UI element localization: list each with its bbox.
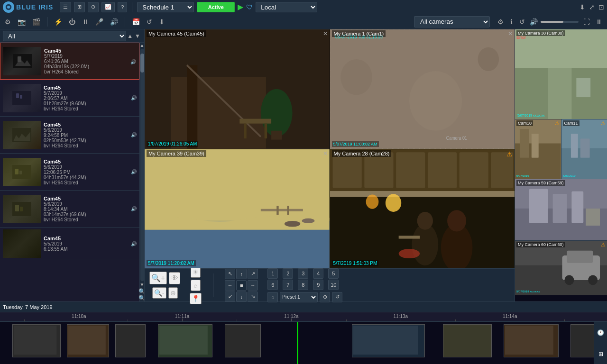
download-icon[interactable]: ⬇ xyxy=(579,3,585,11)
mini-cam-cam10[interactable]: Cam10 ⚠ 5/07/2019 xyxy=(515,119,561,179)
target-button[interactable]: 👁 xyxy=(169,272,180,284)
timeline-clip[interactable] xyxy=(225,324,261,357)
ptz-left-button[interactable]: ← xyxy=(225,280,235,291)
camera-button[interactable]: 📷 xyxy=(16,17,28,27)
timeline-clock-button[interactable]: 🕐 xyxy=(595,328,606,337)
mini-cam-cam59[interactable]: My Camera 59 (Cam59) xyxy=(515,179,607,241)
camera-cell-cam1[interactable]: My Camera 1 (Cam1) ✕ 05-07-2019 Tue 01:1… xyxy=(330,29,515,149)
mic-button[interactable]: 🎤 xyxy=(93,17,105,27)
location-pin-button[interactable]: 📍 xyxy=(190,293,202,304)
zoom-out-scroll[interactable]: 🔍 xyxy=(138,295,144,301)
info-button[interactable]: ℹ xyxy=(508,17,515,27)
clip-volume-icon[interactable]: 🔊 xyxy=(131,169,137,174)
ptz-upright-button[interactable]: ↗ xyxy=(248,269,258,279)
preset-9-button[interactable]: 9 xyxy=(313,280,323,290)
ptz-up-button[interactable]: ↑ xyxy=(236,269,247,279)
zoom-in-button[interactable]: 🔍+ xyxy=(149,272,167,284)
brightness-low-button[interactable]: ☼ xyxy=(191,280,201,291)
list-view-button[interactable]: ☰ xyxy=(60,2,71,12)
ptz-upleft-button[interactable]: ↖ xyxy=(225,269,235,279)
ptz-down-button[interactable]: ↓ xyxy=(236,291,247,302)
audio-button[interactable]: 🔊 xyxy=(108,17,120,27)
mini-cam-cam11[interactable]: Cam11 ⚠ 5/07/2019 xyxy=(561,119,607,179)
clip-volume-icon[interactable]: 🔊 xyxy=(130,59,136,64)
preset-10-button[interactable]: 10 xyxy=(328,280,339,290)
ptz-downleft-button[interactable]: ↙ xyxy=(225,291,235,302)
fullscreen-button[interactable]: ⛶ xyxy=(581,17,592,27)
ptz-center-button[interactable]: ■ xyxy=(236,280,247,291)
save-button[interactable]: ⬇ xyxy=(157,17,166,27)
zoom-in-scroll[interactable]: 🔍 xyxy=(138,288,144,295)
pause-button[interactable]: ⏸ xyxy=(80,17,91,27)
camera-select[interactable]: All cameras My Camera 1 My Camera 28 My … xyxy=(414,16,490,27)
power-button[interactable]: ⏻ xyxy=(67,17,77,27)
settings-button[interactable]: ⚙ xyxy=(3,17,13,27)
clip-volume-icon[interactable]: 🔊 xyxy=(131,206,137,211)
preset-7-button[interactable]: 7 xyxy=(283,280,293,290)
timeline-clip[interactable] xyxy=(443,324,491,357)
scroll-up-arrow[interactable]: ▲ xyxy=(140,43,144,48)
help-button[interactable]: ? xyxy=(118,2,127,12)
timeline-clip[interactable] xyxy=(570,324,595,357)
clip-item[interactable]: Cam45 5/5/2019 6:13:55 AM 🔊 xyxy=(0,228,139,260)
camera-cell-cam28[interactable]: My Camera 28 (Cam28) ⚠ xyxy=(330,149,515,269)
clip-item[interactable]: Cam45 5/6/2019 12:06:25 PM 04h31m57s (44… xyxy=(0,154,139,191)
refresh-nav-button[interactable]: ↺ xyxy=(332,292,342,302)
timeline-clip[interactable] xyxy=(158,324,212,357)
filter-select[interactable]: All Today Yesterday xyxy=(3,31,126,41)
chart-button[interactable]: 📈 xyxy=(101,2,115,12)
preset-2-button[interactable]: 2 xyxy=(283,268,293,279)
active-status-button[interactable]: Active xyxy=(197,2,235,12)
camera-settings-button[interactable]: ⚙ xyxy=(496,17,506,27)
zoom-out-button[interactable]: 🔍- xyxy=(152,287,166,299)
flash-button[interactable]: ⚡ xyxy=(52,17,64,27)
mini-cam-cam60[interactable]: My Camera 60 (Cam60) ⚠ 5/07/2019 xx:xx:x… xyxy=(515,241,607,295)
preset-1-button[interactable]: 1 xyxy=(267,268,278,279)
scroll-track[interactable] xyxy=(140,49,144,281)
target-mark-button[interactable]: ⊕ xyxy=(320,292,330,302)
play-icon[interactable]: ▶ xyxy=(238,2,243,11)
home-button[interactable]: ⌂ xyxy=(267,292,278,302)
schedule-select[interactable]: Schedule 1 xyxy=(137,2,194,12)
clip-item[interactable]: Cam45 5/6/2019 8:14:34 AM 03h14m37s (69.… xyxy=(0,191,139,228)
timeline-track[interactable]: 🕐 ⊞ xyxy=(0,322,607,364)
timeline-clip[interactable] xyxy=(352,324,425,357)
volume-bar[interactable] xyxy=(541,21,579,23)
preset-4-button[interactable]: 4 xyxy=(313,268,323,279)
crosshair-button[interactable]: ⊕ xyxy=(168,287,178,299)
timeline-clip[interactable] xyxy=(504,324,558,357)
window-expand-icon[interactable]: ⊡ xyxy=(598,3,604,11)
clip-volume-icon[interactable]: 🔊 xyxy=(131,241,137,246)
video-button[interactable]: 🎬 xyxy=(30,17,42,27)
timeline-clip[interactable] xyxy=(115,324,146,357)
expand-icon[interactable]: ⤢ xyxy=(589,3,595,11)
camera-cell-cam45[interactable]: My Camera 45 (Cam45) ✕ xyxy=(145,29,330,149)
grid-view-button[interactable]: ⊞ xyxy=(74,2,85,12)
timeline-grid-button[interactable]: ⊞ xyxy=(597,350,605,358)
preset-5-button[interactable]: 5 xyxy=(328,268,339,279)
scroll-down-arrow[interactable]: ▼ xyxy=(140,282,144,287)
calendar-button[interactable]: 📅 xyxy=(130,17,142,27)
preset-select[interactable]: Preset 1 Preset 2 Preset 3 xyxy=(280,292,318,302)
clip-volume-icon[interactable]: 🔊 xyxy=(131,132,137,137)
reload-button[interactable]: ↺ xyxy=(517,17,527,27)
preset-3-button[interactable]: 3 xyxy=(298,268,308,279)
cam39-close-icon[interactable]: ✕ xyxy=(323,150,328,157)
cam1-close-icon[interactable]: ✕ xyxy=(508,30,513,37)
timeline-clip[interactable] xyxy=(12,324,61,357)
clip-item[interactable]: Cam45 5/6/2019 9:24:58 PM 02h50m53s (42.… xyxy=(0,117,139,154)
clip-volume-icon[interactable]: 🔊 xyxy=(131,95,137,100)
clock-button[interactable]: ⊙ xyxy=(88,2,99,12)
preset-6-button[interactable]: 6 xyxy=(267,280,278,290)
preset-8-button[interactable]: 8 xyxy=(298,280,308,290)
clip-item[interactable]: Cam45 5/7/2019 6:41:26 AM 04h33m19s (322… xyxy=(0,43,139,80)
clip-item[interactable]: Cam45 5/7/2019 2:06:57 AM 01h28m27s (9.6… xyxy=(0,80,139,117)
cam45-close-icon[interactable]: ✕ xyxy=(323,30,328,37)
refresh-button[interactable]: ↺ xyxy=(145,17,154,27)
camera-cell-cam39[interactable]: My Camera 39 (Cam39) ✕ xyxy=(145,149,330,269)
ptz-right-button[interactable]: → xyxy=(248,280,258,291)
scroll-down-button[interactable]: ▼ xyxy=(134,32,141,40)
scroll-thumb[interactable] xyxy=(140,54,144,73)
timeline-cursor[interactable] xyxy=(297,322,298,364)
mini-cam-cam30[interactable]: My Camera 30 (Cam30) Error 5/07/2019 xx:… xyxy=(515,29,607,119)
